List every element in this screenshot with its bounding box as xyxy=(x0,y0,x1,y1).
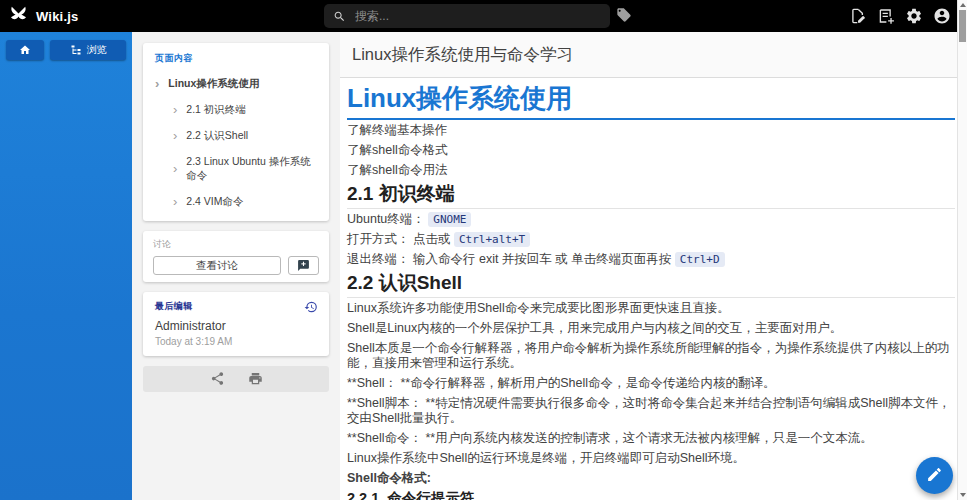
brand[interactable]: Wiki.js xyxy=(0,4,78,29)
paragraph: Ubuntu终端： GNOME xyxy=(347,209,955,229)
print-button[interactable] xyxy=(247,371,263,387)
paragraph: 打开方式： 点击或 Ctrl+alt+T xyxy=(347,229,955,249)
paragraph: **Shell命令： **用户向系统内核发送的控制请求，这个请求无法被内核理解，… xyxy=(347,428,955,448)
text: 退出终端： 输入命令行 exit 并按回车 或 单击终端页面再按 xyxy=(347,252,675,266)
toc-item-label: 2.4 VIM命令 xyxy=(186,195,243,209)
sidebar-nav-buttons: 浏览 xyxy=(6,40,126,60)
search-bar[interactable] xyxy=(324,4,610,28)
search-input[interactable] xyxy=(353,8,601,24)
home-button[interactable] xyxy=(6,40,44,60)
section-heading-2-1: 2.1 初识终端 xyxy=(347,183,955,209)
history-icon xyxy=(304,300,320,314)
page-actions-card xyxy=(143,366,329,392)
paragraph: Shell本质是一个命令行解释器，将用户命令解析为操作系统所能理解的指令，为操作… xyxy=(347,338,955,373)
main-sidebar: 浏览 xyxy=(0,32,132,500)
pencil-icon xyxy=(926,466,943,486)
code-chip: Ctrl+D xyxy=(675,252,725,267)
scroll-up-arrow[interactable] xyxy=(960,3,966,7)
wikijs-logo-icon xyxy=(8,4,29,29)
section-heading-2-2-1: 2.2.1. 命令行提示符 xyxy=(347,490,955,500)
text: Ubuntu终端： xyxy=(347,212,428,226)
last-edited-card: 最后编辑 Administrator Today at 3:19 AM xyxy=(143,292,329,356)
article-h1: Linux操作系统使用 xyxy=(347,83,955,120)
app-body: 浏览 页面内容 › Linux操作系统使用 › 2.1 初识终端 › 2.2 认… xyxy=(0,32,967,500)
toc-item-label: Linux操作系统使用 xyxy=(168,77,259,91)
code-chip: GNOME xyxy=(428,212,471,227)
browse-button[interactable]: 浏览 xyxy=(50,40,126,60)
account-circle-icon xyxy=(933,13,951,28)
discussion-header: 讨论 xyxy=(153,238,319,251)
article: Linux操作系统使用 了解终端基本操作 了解shell命令格式 了解shell… xyxy=(340,78,967,500)
scroll-down-arrow[interactable] xyxy=(960,493,966,497)
paragraph: 退出终端： 输入命令行 exit 并按回车 或 单击终端页面再按 Ctrl+D xyxy=(347,249,955,269)
toc-item[interactable]: › 2.3 Linux Ubuntu 操作系统命令 xyxy=(143,149,329,189)
comment-plus-icon xyxy=(297,259,310,272)
page-edit-icon xyxy=(849,13,867,28)
toc-item[interactable]: › 2.1 初识终端 xyxy=(143,97,329,123)
page-history-button[interactable] xyxy=(304,299,320,315)
account-button[interactable] xyxy=(932,7,951,26)
page-title: Linux操作系统使用与命令学习 xyxy=(352,44,573,66)
brand-title: Wiki.js xyxy=(36,9,78,24)
scrollbar-thumb[interactable] xyxy=(959,10,966,42)
paragraph: 了解终端基本操作 xyxy=(347,120,955,140)
wikijs-app: Wiki.js xyxy=(0,0,967,500)
share-icon xyxy=(210,374,225,389)
admin-settings-button[interactable] xyxy=(904,7,923,26)
page-side-rail: 页面内容 › Linux操作系统使用 › 2.1 初识终端 › 2.2 认识Sh… xyxy=(132,32,340,500)
new-comment-button[interactable] xyxy=(288,256,319,275)
toc-item[interactable]: › 2.2 认识Shell xyxy=(143,123,329,149)
last-edited-header: 最后编辑 xyxy=(155,300,317,313)
page-header: Linux操作系统使用与命令学习 xyxy=(340,32,967,78)
section-heading-2-2: 2.2 认识Shell xyxy=(347,272,955,298)
search-icon xyxy=(333,10,346,23)
toc-card: 页面内容 › Linux操作系统使用 › 2.1 初识终端 › 2.2 认识Sh… xyxy=(143,43,329,221)
chevron-right-icon: › xyxy=(173,131,177,141)
chevron-right-icon: › xyxy=(173,164,177,174)
code-chip: Ctrl+alt+T xyxy=(454,232,530,247)
paragraph: Linux操作系统中Shell的运行环境是终端，开启终端即可启动Shell环境。 xyxy=(347,448,955,468)
main-content: Linux操作系统使用与命令学习 Linux操作系统使用 了解终端基本操作 了解… xyxy=(340,32,967,500)
text: 打开方式： 点击或 xyxy=(347,232,454,246)
bold-paragraph: Shell命令格式: xyxy=(347,468,955,488)
toc-item-label: 2.3 Linux Ubuntu 操作系统命令 xyxy=(186,155,317,183)
discussion-card: 讨论 查看讨论 xyxy=(143,231,329,282)
tag-icon xyxy=(616,11,632,26)
edit-fab-button[interactable] xyxy=(916,457,953,494)
paragraph: **Shell： **命令行解释器，解析用户的Shell命令，是命令传递给内核的… xyxy=(347,373,955,393)
paragraph: Linux系统许多功能使用Shell命令来完成要比图形界面更快速且直接。 xyxy=(347,298,955,318)
top-navbar: Wiki.js xyxy=(0,0,967,32)
page-scrollbar[interactable] xyxy=(957,0,967,500)
list-plus-icon xyxy=(877,13,895,28)
toc-item-label: 2.1 初识终端 xyxy=(186,103,246,117)
toc-item[interactable]: › 2.4 VIM命令 xyxy=(143,189,329,215)
paragraph: 了解shell命令用法 xyxy=(347,160,955,180)
edit-page-button[interactable] xyxy=(848,7,867,26)
gear-icon xyxy=(905,13,923,28)
chevron-right-icon: › xyxy=(155,79,159,89)
browse-tags-button[interactable] xyxy=(613,6,635,26)
home-icon xyxy=(19,44,31,56)
topbar-actions xyxy=(848,0,951,32)
toc-item-root[interactable]: › Linux操作系统使用 xyxy=(143,71,329,97)
chevron-right-icon: › xyxy=(173,197,177,207)
toc-header: 页面内容 xyxy=(143,52,329,71)
last-edited-author: Administrator xyxy=(155,319,317,333)
paragraph: 了解shell命令格式 xyxy=(347,140,955,160)
paragraph: **Shell脚本： **特定情况硬件需要执行很多命令，这时将命令集合起来并结合… xyxy=(347,393,955,428)
view-discussion-button[interactable]: 查看讨论 xyxy=(153,256,281,275)
toc-item-label: 2.2 认识Shell xyxy=(186,129,248,143)
last-edited-time: Today at 3:19 AM xyxy=(155,336,317,347)
chevron-right-icon: › xyxy=(173,105,177,115)
new-page-button[interactable] xyxy=(876,7,895,26)
share-button[interactable] xyxy=(209,371,225,387)
print-icon xyxy=(248,374,263,389)
browse-label: 浏览 xyxy=(87,43,107,57)
paragraph: Shell是Linux内核的一个外层保护工具，用来完成用户与内核之间的交互，主要… xyxy=(347,318,955,338)
file-tree-icon xyxy=(70,44,82,56)
